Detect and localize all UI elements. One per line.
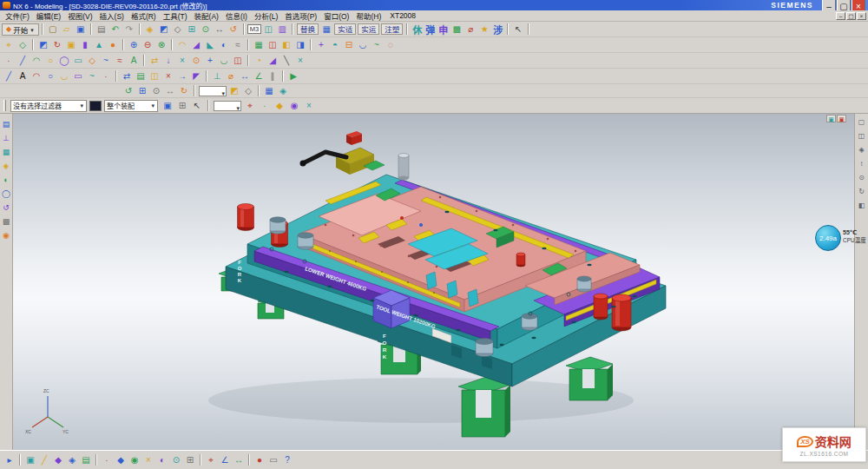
front-view-icon[interactable]: ▦ [262,84,276,97]
extrude-icon[interactable]: ◩ [36,38,50,51]
child-close-button[interactable]: × [857,12,866,20]
intersection-point-icon[interactable]: × [302,99,316,112]
cylinder-icon[interactable]: ▮ [78,38,92,51]
orient-view-icon[interactable]: ◈ [143,23,157,36]
sketch-fillet-icon[interactable]: ◡ [57,69,71,83]
datum-plane-icon[interactable]: ◇ [16,38,30,51]
selection-scope-dropdown[interactable]: 整个装配 [104,100,158,112]
snap-grid-icon[interactable]: ⊞ [183,453,197,466]
cpu-temp-widget[interactable]: 2.49a 55℃ CPU温度 [815,225,866,251]
angular-dimension-icon[interactable]: ∠ [252,69,266,83]
project-curve-icon[interactable]: ↓ [161,54,175,67]
auto-dimension-icon[interactable]: ⌀ [224,69,238,83]
section-curve-icon[interactable]: ⊙ [189,54,203,67]
constraints-icon[interactable]: ⊥ [210,69,224,83]
macro-record-icon[interactable]: ● [253,453,266,466]
shaded-mode-icon[interactable]: ◩ [227,84,241,97]
offset-curve-icon[interactable]: ⇄ [148,54,161,67]
sketch-rectangle-icon[interactable]: ▭ [71,69,85,83]
restore-viewport-icon[interactable]: ▣ [826,115,836,122]
chamfer-icon[interactable]: ◢ [189,38,203,51]
system-materials-icon[interactable]: ▩ [1,216,12,227]
sketch-circle-icon[interactable]: ○ [43,69,57,83]
refresh-icon[interactable]: ↺ [122,84,135,97]
center-point-icon[interactable]: ◉ [287,99,301,112]
menu-item-xt2008[interactable]: XT2008 [385,11,421,20]
quick-trim-icon[interactable]: × [161,69,175,83]
trim-curve-icon[interactable]: × [293,54,307,67]
wireframe-mode-icon[interactable]: ◇ [241,84,255,97]
fillet-curve-icon[interactable]: ◔ [252,54,266,67]
open-file-icon[interactable]: ▱ [60,23,74,36]
shaded-view-icon[interactable]: ◩ [157,23,171,36]
fit-window-icon[interactable]: ⊞ [135,84,149,97]
save-icon[interactable]: ▣ [74,23,88,36]
split-body-icon[interactable]: ◨ [293,38,307,51]
shell-icon[interactable]: ◐ [217,38,231,51]
unite-icon[interactable]: ⊕ [127,38,141,51]
redo-icon[interactable]: ↷ [122,23,136,36]
menu-item[interactable]: 插入(S) [96,10,128,21]
web-browser-icon[interactable]: ◯ [1,188,12,199]
menu-item[interactable]: 信息(I) [222,10,251,21]
snap-existing-icon[interactable]: ⊙ [169,453,183,466]
undo-icon[interactable]: ↶ [108,23,122,36]
layer-settings-icon[interactable]: ▥ [275,23,289,36]
wireframe-view-icon[interactable]: ◇ [171,23,185,36]
menu-item[interactable]: 装配(A) [191,10,222,21]
tan-tool-button[interactable]: 弹 [424,23,437,36]
fit-view-icon[interactable]: ⊞ [185,23,199,36]
point-icon[interactable]: ∙ [2,54,16,67]
prompt-icon[interactable]: ▸ [3,453,16,466]
snap-intersection-icon[interactable]: × [141,453,155,466]
viewport[interactable]: LOWER WEIGHT 4600KG TOOL WEIGHT 10200KG … [13,114,854,450]
assembly-navigator-icon[interactable]: ▤ [1,119,12,129]
menu-item[interactable]: 视图(V) [64,10,95,21]
snap-point-icon[interactable]: ⌖ [243,99,257,112]
clip-section-icon[interactable]: ◧ [856,201,867,210]
snap-end-icon[interactable]: ∙ [100,453,114,466]
menu-item[interactable]: 首选项(P) [281,10,320,21]
subtract-icon[interactable]: ⊖ [141,38,155,51]
spline-icon[interactable]: ~ [99,54,113,67]
child-restore-button[interactable]: ▢ [846,12,856,20]
menu-item[interactable]: 帮助(H) [352,10,385,21]
sphere-icon[interactable]: ● [106,38,120,51]
journal-icon[interactable]: ▭ [266,453,280,466]
ellipse-icon[interactable]: ◯ [57,54,71,67]
mirror-sketch-icon[interactable]: ◫ [148,69,161,83]
select-body-icon[interactable]: ◆ [51,453,65,466]
thicken-icon[interactable]: ◓ [328,38,342,51]
text-curve-icon[interactable]: A [127,54,141,67]
cpu-temp-ball[interactable]: 2.49a [815,225,841,251]
polygon-icon[interactable]: ◇ [85,54,99,67]
select-component-icon[interactable]: ▤ [79,453,93,466]
color-filter-swatch[interactable] [89,101,102,111]
intersect-icon[interactable]: ⊗ [155,38,168,51]
sketch-arc-icon[interactable]: ◠ [30,69,43,83]
offset-surface-icon[interactable]: ⊟ [342,38,356,51]
zhu-su-button[interactable]: 注塑 [381,23,403,35]
profile-icon[interactable]: ╱ [2,69,16,83]
intersect-curve-icon[interactable]: × [175,54,189,67]
child-minimize-button[interactable]: – [836,12,845,20]
menu-item[interactable]: 工具(T) [160,10,191,21]
selection-filter-dropdown[interactable]: 没有选择过滤器 [10,100,87,112]
menu-item[interactable]: 格式(R) [128,10,160,21]
thread-icon[interactable]: ≈ [231,38,245,51]
shi-yun-button[interactable]: 实运 [358,23,379,35]
rotate-model-icon[interactable]: ↻ [177,84,191,97]
analysis-icon[interactable]: ▩ [450,23,464,36]
window-icon[interactable]: ▦ [319,23,333,36]
sew-icon[interactable]: + [314,38,328,51]
sketch-text-icon[interactable]: A [16,69,30,83]
pattern-feature-icon[interactable]: ▦ [252,38,266,51]
zoom-tool-icon[interactable]: ⊙ [856,173,867,182]
select-edge-icon[interactable]: ╱ [37,453,51,466]
linear-dimension-icon[interactable]: ↔ [238,69,252,83]
rotate-tool-icon[interactable]: ↻ [856,187,867,196]
ortho-icon[interactable]: ∠ [218,453,232,466]
sketch-point-icon[interactable]: ∙ [99,69,113,83]
swept-icon[interactable]: ~ [370,38,384,51]
datum-csys-icon[interactable]: ⌖ [2,38,16,51]
